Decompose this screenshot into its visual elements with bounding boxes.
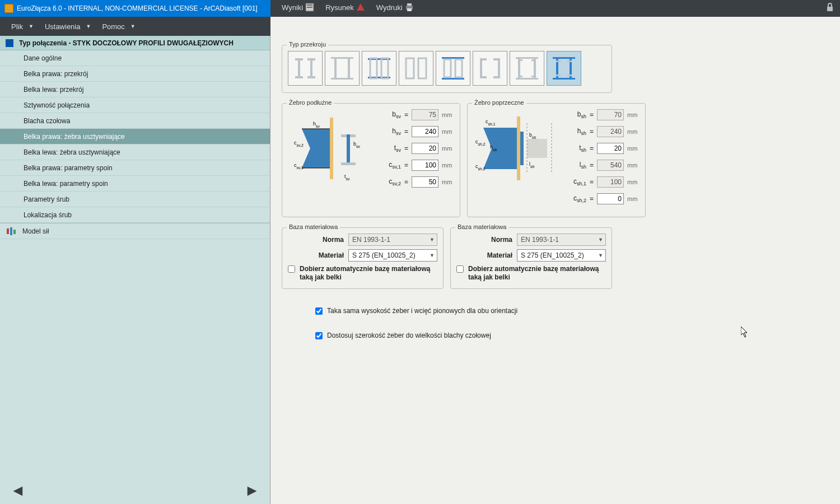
svg-text:lsh: lsh: [529, 161, 535, 169]
param-input-b[interactable]: [412, 109, 438, 120]
param-input-t[interactable]: [597, 143, 624, 154]
connection-type-icon: [6, 39, 13, 47]
svg-rect-23: [370, 58, 377, 78]
param-input-c1[interactable]: [412, 160, 438, 171]
app-icon: [4, 4, 13, 13]
param-label: tsv: [376, 144, 401, 153]
equals-sign: =: [590, 144, 594, 152]
unit-label: mm: [442, 111, 454, 118]
param-input-h[interactable]: [412, 126, 438, 137]
tree-item[interactable]: Belka lewa: żebra usztywniające: [0, 144, 270, 160]
param-input-b[interactable]: [597, 109, 624, 120]
param-label: bsv: [376, 110, 401, 119]
param-label: bsh: [562, 110, 586, 119]
svg-rect-42: [531, 59, 536, 61]
norma-label: Norma: [288, 236, 344, 244]
menu-help[interactable]: Pomoc▼: [96, 17, 141, 36]
tree-header: Typ połączenia - STYK DOCZOŁOWY PROFILI …: [0, 36, 270, 50]
param-input-t[interactable]: [412, 143, 438, 154]
svg-text:csv,1: csv,1: [294, 162, 304, 170]
unit-label: mm: [442, 128, 454, 135]
auto-material-checkbox-left[interactable]: [288, 265, 295, 273]
param-input-l[interactable]: [597, 160, 624, 171]
menu-file[interactable]: Plik▼: [6, 17, 39, 36]
model-icon: [7, 227, 17, 235]
svg-rect-43: [518, 76, 522, 77]
section-icon: [514, 55, 540, 82]
tree-item[interactable]: Dane ogólne: [0, 50, 270, 66]
tree-item[interactable]: Blacha czołowa: [0, 113, 270, 129]
svg-rect-67: [520, 132, 524, 165]
material-base-left: Baza materiałowa Norma EN 1993-1-1▼ Mate…: [282, 227, 444, 289]
tree-item[interactable]: Belka prawa: parametry spoin: [0, 160, 270, 176]
norma-select-right[interactable]: EN 1993-1-1▼: [517, 234, 606, 246]
nav-next-button[interactable]: ►: [244, 482, 260, 500]
svg-rect-60: [341, 162, 356, 165]
section-icon: [292, 55, 319, 82]
svg-rect-15: [310, 58, 312, 78]
material-label: Materiał: [456, 251, 512, 259]
auto-material-checkbox-right[interactable]: [456, 265, 464, 273]
svg-text:csh,2: csh,2: [475, 139, 486, 146]
tree-item[interactable]: Belka lewa: przekrój: [0, 82, 270, 97]
param-input-c2[interactable]: [597, 193, 624, 204]
material-select-left[interactable]: S 275 (EN_10025_2)▼: [348, 249, 437, 262]
nav-prev-button[interactable]: ◄: [10, 482, 26, 500]
section-type-tile[interactable]: [399, 51, 433, 86]
adjust-width-checkbox[interactable]: [315, 332, 323, 339]
tree-item[interactable]: Sztywność połączenia: [0, 97, 270, 113]
unit-label: mm: [627, 145, 640, 152]
adjust-width-label: Dostosuj szerokość żeber do wielkości bl…: [327, 332, 491, 339]
svg-rect-8: [407, 3, 412, 6]
svg-rect-9: [407, 8, 412, 11]
section-type-tile[interactable]: [510, 51, 544, 86]
section-type-tile[interactable]: [547, 51, 581, 86]
section-icon: [550, 55, 577, 82]
section-type-tile[interactable]: [362, 51, 396, 86]
unit-label: mm: [627, 128, 640, 135]
material-select-right[interactable]: S 275 (EN_10025_2)▼: [517, 249, 606, 262]
unit-label: mm: [627, 195, 640, 202]
rib-horizontal-legend: Żebro poprzeczne: [472, 99, 526, 106]
param-input-c1[interactable]: [597, 176, 624, 188]
svg-text:tsv: tsv: [344, 174, 350, 181]
norma-select-left[interactable]: EN 1993-1-1▼: [348, 234, 437, 246]
svg-text:bsv: bsv: [353, 141, 361, 148]
menu-drawing[interactable]: Rysunek: [320, 0, 371, 17]
menu-prints[interactable]: Wydruki: [371, 0, 419, 17]
tree-item[interactable]: Lokalizacja śrub: [0, 207, 270, 223]
section-icon: [366, 55, 393, 82]
material-label: Materiał: [288, 251, 344, 259]
menu-settings[interactable]: Ustawienia▼: [39, 17, 97, 36]
section-type-tile[interactable]: [288, 51, 323, 86]
auto-material-label: Dobierz automatycznie bazę materiałową t…: [468, 265, 606, 282]
svg-text:bsh: bsh: [529, 132, 536, 139]
svg-rect-36: [493, 76, 500, 78]
tree-item[interactable]: Parametry śrub: [0, 192, 270, 207]
same-height-checkbox[interactable]: [315, 307, 323, 315]
param-input-c2[interactable]: [412, 176, 438, 188]
svg-rect-24: [381, 58, 388, 78]
svg-rect-4: [307, 4, 312, 6]
svg-text:csh,1: csh,1: [475, 164, 486, 171]
section-type-tile[interactable]: [473, 51, 507, 86]
menu-results[interactable]: Wyniki: [276, 0, 320, 17]
equals-sign: =: [590, 111, 594, 119]
svg-rect-44: [531, 76, 536, 77]
svg-marker-66: [483, 128, 517, 169]
equals-sign: =: [590, 178, 594, 186]
equals-sign: =: [590, 128, 594, 136]
equals-sign: =: [404, 128, 408, 136]
param-input-h[interactable]: [597, 126, 624, 137]
section-type-tile[interactable]: [325, 51, 360, 86]
tree-item-model-sil[interactable]: Model sił: [0, 223, 270, 239]
unit-label: mm: [442, 162, 454, 169]
tree-item[interactable]: Belka lewa: parametry spoin: [0, 176, 270, 192]
param-label: csh,2: [562, 194, 586, 203]
tree-item[interactable]: Belka prawa: żebra usztywniające: [0, 129, 270, 144]
svg-rect-65: [517, 116, 520, 180]
auto-material-label: Dobierz automatycznie bazę materiałową t…: [300, 265, 437, 282]
section-type-tile[interactable]: [436, 51, 470, 86]
menubar-right: Wyniki Rysunek Wydruki: [270, 0, 840, 17]
tree-item[interactable]: Belka prawa: przekrój: [0, 66, 270, 82]
